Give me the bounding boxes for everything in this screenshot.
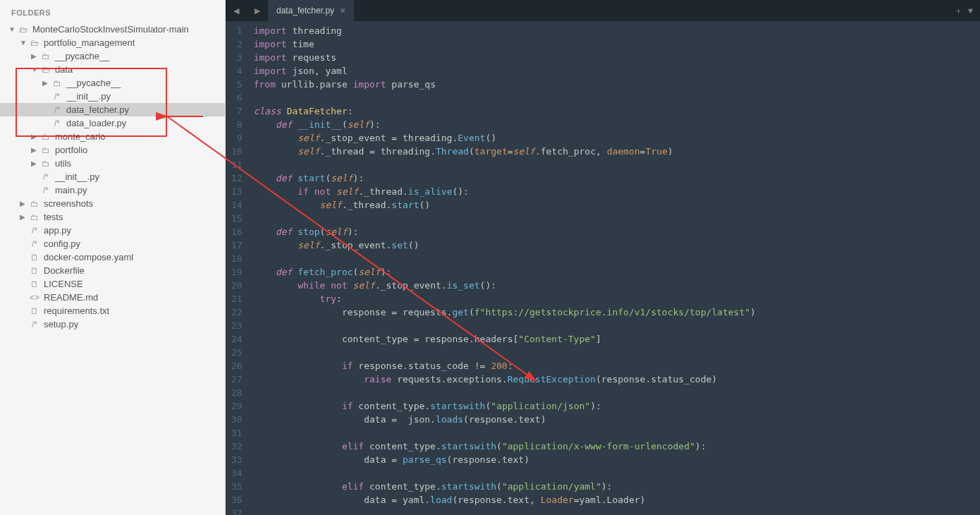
tab-nav-left[interactable]: ◀: [226, 0, 247, 21]
file-item[interactable]: /*__init__.py: [0, 90, 225, 103]
file-item[interactable]: 🗋Dockerfile: [0, 264, 225, 277]
code-line[interactable]: self._thread.start(): [251, 198, 980, 212]
code-editor[interactable]: 1234567891011121314151617181920212223242…: [226, 21, 980, 515]
tab-menu-icon[interactable]: ▼: [967, 6, 974, 15]
folder-item[interactable]: ▶🗀tests: [0, 210, 225, 224]
code-line[interactable]: if not self._thread.is_alive():: [251, 185, 980, 198]
code-line[interactable]: def start(self):: [251, 171, 980, 185]
file-tree: ▼🗁MonteCarloStockInvestSimulator-main▼🗁p…: [0, 23, 225, 331]
code-line[interactable]: try:: [251, 292, 980, 305]
code-line[interactable]: response = requests.get(f"https://getsto…: [251, 305, 980, 319]
code-line[interactable]: [251, 319, 980, 332]
code-line[interactable]: [251, 346, 980, 359]
py-icon: /*: [51, 92, 63, 102]
caret-icon[interactable]: ▼: [8, 25, 17, 33]
folder-item[interactable]: ▼🗁MonteCarloStockInvestSimulator-main: [0, 23, 225, 36]
caret-icon[interactable]: ▶: [31, 133, 39, 140]
folder-icon: 🗀: [39, 132, 52, 142]
folder-sidebar: FOLDERS ▼🗁MonteCarloStockInvestSimulator…: [0, 0, 226, 515]
code-line[interactable]: while not self._stop_event.is_set():: [251, 279, 980, 292]
code-line[interactable]: content_type = response.headers["Content…: [251, 332, 980, 346]
code-line[interactable]: [251, 507, 980, 515]
file-item[interactable]: /*__init__.py: [0, 170, 225, 183]
code-line[interactable]: class DataFetcher:: [251, 104, 980, 118]
code-line[interactable]: [251, 426, 980, 440]
code-line[interactable]: import threading: [251, 24, 980, 37]
tree-label: __pycache__: [66, 78, 225, 88]
code-line[interactable]: self._stop_event.set(): [251, 238, 980, 252]
code-line[interactable]: [251, 386, 980, 399]
folder-icon: 🗀: [39, 52, 52, 61]
file-item[interactable]: /*app.py: [0, 224, 225, 237]
editor-area: ◀ ▶ data_fetcher.py × ＋ ▼ 12345678910111…: [226, 0, 980, 515]
py-icon: /*: [39, 186, 52, 195]
caret-icon[interactable]: ▼: [31, 66, 39, 73]
tree-label: README.md: [44, 292, 225, 303]
code-line[interactable]: import json, yaml: [251, 64, 980, 78]
code-line[interactable]: [251, 91, 980, 104]
folder-item[interactable]: ▼🗁portfolio_management: [0, 36, 225, 49]
folder-item[interactable]: ▶🗀__pycache__: [0, 76, 225, 90]
file-item[interactable]: /*setup.py: [0, 317, 225, 331]
file-item[interactable]: 🗋requirements.txt: [0, 304, 225, 317]
close-icon[interactable]: ×: [340, 5, 345, 16]
folder-item[interactable]: ▶🗀screenshots: [0, 197, 225, 210]
py-icon: /*: [39, 172, 52, 182]
file-icon: 🗋: [28, 266, 41, 276]
caret-icon[interactable]: ▶: [42, 79, 51, 87]
file-item[interactable]: 🗋LICENSE: [0, 277, 225, 291]
caret-icon[interactable]: ▶: [31, 159, 39, 167]
caret-icon[interactable]: ▶: [31, 52, 39, 60]
tree-label: data_loader.py: [66, 118, 225, 128]
folder-icon: 🗀: [39, 145, 52, 155]
code-line[interactable]: if content_type.startswith("application/…: [251, 399, 980, 413]
tab-nav-right[interactable]: ▶: [247, 0, 268, 21]
file-item[interactable]: /*data_loader.py: [0, 116, 225, 130]
code-line[interactable]: [251, 252, 980, 265]
folder-item[interactable]: ▶🗀monte_carlo: [0, 130, 225, 143]
tab-add-icon[interactable]: ＋: [955, 6, 962, 16]
code-line[interactable]: [251, 466, 980, 480]
file-item[interactable]: /*config.py: [0, 237, 225, 250]
caret-icon[interactable]: ▼: [20, 39, 28, 47]
code-line[interactable]: if response.status_code != 200:: [251, 359, 980, 372]
code-line[interactable]: data = parse_qs(response.text): [251, 453, 980, 466]
tree-label: Dockerfile: [44, 265, 225, 276]
file-item[interactable]: <>README.md: [0, 291, 225, 304]
caret-icon[interactable]: ▶: [20, 213, 28, 221]
tree-label: data_fetcher.py: [66, 104, 225, 115]
folder-item[interactable]: ▼🗁data: [0, 63, 225, 76]
folder-item[interactable]: ▶🗀utils: [0, 157, 225, 170]
caret-icon[interactable]: ▶: [31, 146, 39, 154]
code-line[interactable]: self._thread = threading.Thread(target=s…: [251, 145, 980, 158]
tab-active[interactable]: data_fetcher.py ×: [268, 0, 355, 21]
caret-icon[interactable]: ▶: [20, 200, 28, 207]
tree-label: screenshots: [44, 198, 225, 209]
py-icon: /*: [28, 226, 41, 236]
code-line[interactable]: raise requests.exceptions.RequestExcepti…: [251, 372, 980, 386]
code-line[interactable]: elif content_type.startswith("applicatio…: [251, 480, 980, 493]
code-line[interactable]: from urllib.parse import parse_qs: [251, 78, 980, 91]
code-line[interactable]: self._stop_event = threading.Event(): [251, 131, 980, 145]
tab-bar-right: ＋ ▼: [949, 0, 980, 21]
py-icon: /*: [28, 320, 41, 329]
code-line[interactable]: [251, 212, 980, 225]
code-line[interactable]: def __init__(self):: [251, 118, 980, 131]
file-item[interactable]: 🗋docker-compose.yaml: [0, 250, 225, 264]
code-line[interactable]: elif content_type.startswith("applicatio…: [251, 440, 980, 453]
folder-icon: 🗀: [39, 159, 52, 169]
tree-label: MonteCarloStockInvestSimulator-main: [32, 24, 225, 35]
code-line[interactable]: data = json.loads(response.text): [251, 413, 980, 426]
tree-label: tests: [44, 212, 225, 222]
code-line[interactable]: def fetch_proc(self):: [251, 265, 980, 279]
folder-item[interactable]: ▶🗀portfolio: [0, 143, 225, 157]
folder-item[interactable]: ▶🗀__pycache__: [0, 49, 225, 63]
code-content[interactable]: import threadingimport timeimport reques…: [251, 21, 980, 515]
code-line[interactable]: import requests: [251, 51, 980, 64]
file-item[interactable]: /*main.py: [0, 183, 225, 197]
code-line[interactable]: data = yaml.load(response.text, Loader=y…: [251, 493, 980, 507]
code-line[interactable]: import time: [251, 37, 980, 51]
file-item[interactable]: /*data_fetcher.py: [0, 103, 225, 116]
code-line[interactable]: [251, 158, 980, 171]
code-line[interactable]: def stop(self):: [251, 225, 980, 238]
